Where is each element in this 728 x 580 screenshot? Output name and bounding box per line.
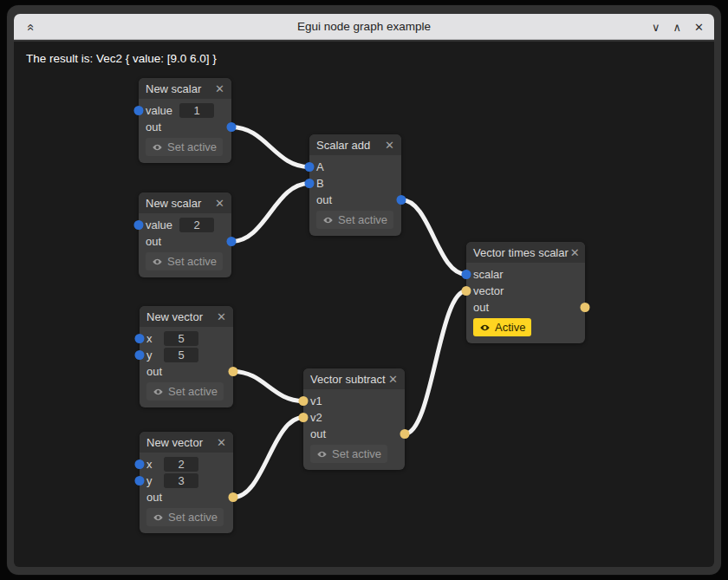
node-new-vector-2[interactable]: New vector ✕ x 2 y 3 out Set active bbox=[140, 432, 233, 533]
eye-icon bbox=[153, 388, 164, 396]
eye-icon bbox=[322, 216, 334, 225]
node-titlebar[interactable]: New vector ✕ bbox=[140, 306, 233, 327]
param-label: out bbox=[316, 193, 332, 206]
wires-layer bbox=[14, 42, 714, 567]
param-label: y bbox=[146, 349, 157, 362]
close-node-icon[interactable]: ✕ bbox=[388, 373, 398, 386]
param-row-out: out bbox=[473, 299, 578, 316]
param-row-out: out bbox=[310, 426, 398, 442]
node-graph-canvas[interactable]: The result is: Vec2 { value: [9.0 6.0] }… bbox=[14, 42, 714, 567]
node-title: New vector bbox=[146, 436, 203, 449]
value-input[interactable]: 5 bbox=[164, 331, 198, 346]
app-window: » Egui node graph example ∨ ∧ ✕ The resu… bbox=[7, 5, 721, 575]
close-window-icon[interactable]: ✕ bbox=[694, 22, 704, 33]
set-active-button[interactable]: Set active bbox=[146, 508, 224, 526]
button-label: Active bbox=[495, 321, 525, 334]
param-label: x bbox=[146, 458, 157, 471]
port-vector-subtract-out[interactable] bbox=[400, 429, 410, 439]
port-vector-times-scalar-out[interactable] bbox=[581, 303, 590, 312]
collapse-window-icon[interactable]: » bbox=[22, 23, 36, 30]
value-input[interactable]: 2 bbox=[164, 457, 198, 472]
set-active-button[interactable]: Set active bbox=[146, 382, 224, 401]
param-row-scalar: scalar bbox=[473, 266, 578, 283]
port-vector-subtract-v2[interactable] bbox=[299, 413, 309, 422]
node-new-vector-1[interactable]: New vector ✕ x 5 y 5 out Set active bbox=[140, 306, 233, 407]
wire-scalar1-to-add-a bbox=[231, 127, 309, 167]
set-active-button[interactable]: Set active bbox=[146, 138, 223, 156]
result-text: The result is: Vec2 { value: [9.0 6.0] } bbox=[26, 52, 217, 65]
close-node-icon[interactable]: ✕ bbox=[217, 310, 226, 323]
port-new-vector-1-y[interactable] bbox=[135, 350, 145, 360]
button-label: Set active bbox=[167, 140, 217, 153]
port-scalar-add-a[interactable] bbox=[305, 162, 315, 172]
node-vector-subtract[interactable]: Vector subtract ✕ v1 v2 out Set active bbox=[303, 368, 405, 470]
node-body: scalar vector out Active bbox=[466, 263, 585, 343]
node-body: v1 v2 out Set active bbox=[303, 389, 405, 470]
port-new-scalar-1-out[interactable] bbox=[227, 122, 237, 132]
param-row-out: out bbox=[146, 489, 226, 505]
node-titlebar[interactable]: New vector ✕ bbox=[140, 432, 233, 453]
node-title: Vector subtract bbox=[310, 373, 386, 386]
node-title: New scalar bbox=[146, 197, 201, 210]
close-node-icon[interactable]: ✕ bbox=[217, 436, 226, 449]
port-new-vector-2-x[interactable] bbox=[135, 459, 145, 469]
eye-icon bbox=[153, 513, 164, 522]
param-label: A bbox=[316, 160, 327, 173]
port-new-vector-1-x[interactable] bbox=[135, 334, 145, 343]
param-row-vector: vector bbox=[473, 283, 578, 299]
port-vector-times-scalar-scalar[interactable] bbox=[462, 270, 471, 279]
maximize-icon[interactable]: ∧ bbox=[673, 22, 682, 33]
node-body: value 1 out Set active bbox=[139, 99, 231, 163]
port-vector-subtract-v1[interactable] bbox=[299, 396, 309, 406]
port-scalar-add-b[interactable] bbox=[305, 179, 315, 188]
node-body: A B out Set active bbox=[309, 155, 401, 236]
param-label: v2 bbox=[310, 411, 322, 424]
node-titlebar[interactable]: Scalar add ✕ bbox=[309, 134, 401, 155]
param-label: value bbox=[146, 218, 172, 231]
minimize-icon[interactable]: ∨ bbox=[652, 22, 660, 33]
set-active-button[interactable]: Set active bbox=[316, 211, 393, 229]
close-node-icon[interactable]: ✕ bbox=[385, 139, 394, 152]
window-title: Egui node graph example bbox=[297, 20, 431, 33]
node-vector-times-scalar[interactable]: Vector times scalar ✕ scalar vector out … bbox=[466, 242, 585, 343]
node-titlebar[interactable]: New scalar ✕ bbox=[139, 78, 231, 99]
param-row-value: value 2 bbox=[146, 217, 224, 233]
value-input[interactable]: 5 bbox=[164, 348, 198, 362]
close-node-icon[interactable]: ✕ bbox=[215, 197, 224, 210]
value-input[interactable]: 1 bbox=[179, 103, 214, 118]
port-scalar-add-out[interactable] bbox=[397, 195, 406, 205]
param-label: B bbox=[316, 177, 327, 190]
node-title: New scalar bbox=[146, 82, 201, 95]
close-node-icon[interactable]: ✕ bbox=[215, 82, 224, 95]
port-new-scalar-2-out[interactable] bbox=[227, 237, 237, 246]
wire-vector1-to-subtract-v1 bbox=[233, 372, 303, 401]
port-vector-times-scalar-vector[interactable] bbox=[462, 286, 471, 296]
node-body: x 2 y 3 out Set active bbox=[140, 453, 233, 533]
port-new-vector-2-out[interactable] bbox=[229, 492, 238, 502]
port-new-scalar-1-value[interactable] bbox=[134, 106, 144, 115]
node-new-scalar-2[interactable]: New scalar ✕ value 2 out Set active bbox=[139, 192, 231, 277]
set-active-button[interactable]: Set active bbox=[310, 445, 387, 463]
button-label: Set active bbox=[167, 255, 217, 268]
param-row-value: value 1 bbox=[146, 102, 224, 119]
param-label: vector bbox=[473, 284, 504, 297]
node-titlebar[interactable]: New scalar ✕ bbox=[139, 192, 231, 213]
titlebar[interactable]: » Egui node graph example ∨ ∧ ✕ bbox=[14, 14, 714, 40]
set-active-button[interactable]: Set active bbox=[146, 252, 223, 270]
param-row-v1: v1 bbox=[310, 393, 398, 409]
wire-scalar2-to-add-b bbox=[231, 184, 309, 242]
port-new-scalar-2-value[interactable] bbox=[134, 220, 144, 230]
value-input[interactable]: 2 bbox=[179, 218, 214, 232]
button-label: Set active bbox=[168, 385, 218, 398]
wire-vector2-to-subtract-v2 bbox=[233, 418, 303, 498]
value-input[interactable]: 3 bbox=[164, 473, 198, 488]
node-scalar-add[interactable]: Scalar add ✕ A B out Set active bbox=[309, 134, 401, 236]
port-new-vector-2-y[interactable] bbox=[135, 476, 145, 486]
node-new-scalar-1[interactable]: New scalar ✕ value 1 out Set active bbox=[139, 78, 231, 163]
close-node-icon[interactable]: ✕ bbox=[570, 246, 580, 259]
node-titlebar[interactable]: Vector subtract ✕ bbox=[303, 368, 405, 389]
active-button[interactable]: Active bbox=[473, 318, 531, 336]
button-label: Set active bbox=[338, 213, 387, 226]
port-new-vector-1-out[interactable] bbox=[229, 367, 238, 376]
node-titlebar[interactable]: Vector times scalar ✕ bbox=[466, 242, 585, 263]
